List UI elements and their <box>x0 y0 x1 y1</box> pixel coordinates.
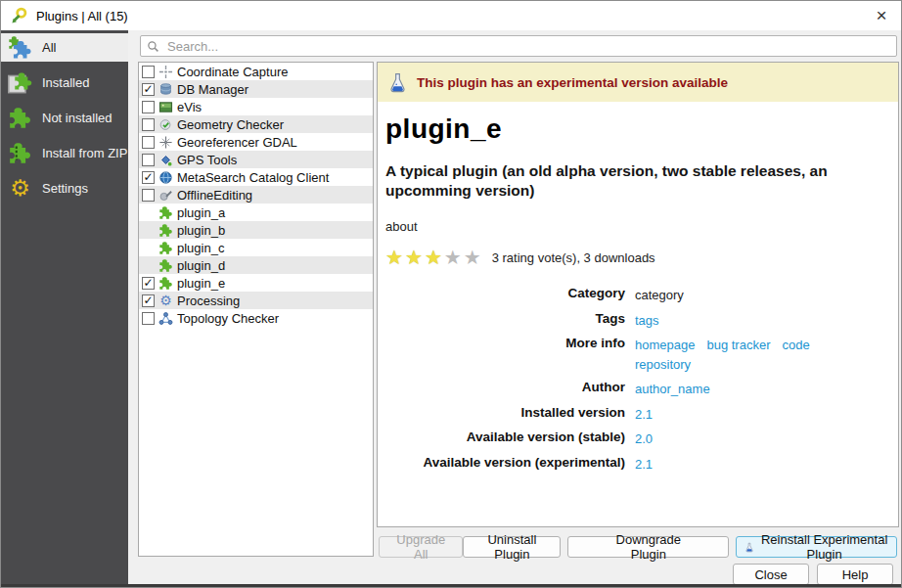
field-row: Authorauthor_name <box>378 377 898 402</box>
plugin-checkbox[interactable] <box>142 189 155 202</box>
plugin-manager-window: Plugins | All (15) × AllInstalledNot ins… <box>0 0 902 588</box>
plugin-row[interactable]: Georeferencer GDAL <box>139 133 373 151</box>
puzzle-green-icon <box>158 276 173 291</box>
plugin-checkbox[interactable]: ✓ <box>142 294 155 307</box>
plugin-checkbox[interactable] <box>142 66 155 78</box>
puzzle-installed-icon <box>8 70 32 95</box>
plugin-row[interactable]: plugin_a <box>139 204 373 221</box>
flask-icon <box>744 541 754 554</box>
field-values: homepagebug trackercode repository <box>635 336 856 374</box>
sidebar-item-installed[interactable]: Installed <box>1 68 128 97</box>
gps-icon <box>158 153 173 167</box>
field-value-link[interactable]: homepage <box>635 338 695 352</box>
flask-icon <box>387 72 408 93</box>
check-circle-icon <box>158 117 173 132</box>
puzzle-zip-icon <box>8 141 32 165</box>
plugin-row[interactable]: plugin_d <box>139 256 373 274</box>
sidebar-item-label: Not installed <box>42 111 113 125</box>
field-value-link[interactable]: author_name <box>635 382 710 396</box>
close-button[interactable]: Close <box>733 564 809 585</box>
uninstall-plugin-button[interactable]: Uninstall Plugin <box>463 536 561 558</box>
plugin-about: about <box>385 219 890 234</box>
sidebar-item-label: Settings <box>42 181 88 196</box>
plugin-row[interactable]: ✓MetaSearch Catalog Client <box>139 168 373 186</box>
field-value: category <box>635 288 684 302</box>
field-values: 2.1 <box>635 405 856 425</box>
field-value-link[interactable]: bug tracker <box>706 338 770 352</box>
sidebar-item-settings[interactable]: ⚙Settings <box>1 174 128 203</box>
help-button[interactable]: Help <box>817 564 893 585</box>
plugin-row-label: plugin_e <box>177 276 225 291</box>
plugin-row-label: MetaSearch Catalog Client <box>177 170 329 185</box>
plugin-actions-right: Uninstall Plugin Downgrade Plugin Reinst… <box>463 536 897 558</box>
puzzle-green-icon <box>158 241 173 255</box>
puzzle-not-installed-icon <box>8 106 32 130</box>
plugin-row[interactable]: Topology Checker <box>139 309 373 327</box>
field-value-link[interactable]: 2.0 <box>635 431 653 446</box>
sidebar-item-not-installed[interactable]: Not installed <box>1 104 128 132</box>
plugin-checkbox[interactable]: ✓ <box>142 171 155 184</box>
gear-blue-icon: ⚙ <box>158 294 173 308</box>
plugin-row[interactable]: GPS Tools <box>139 151 373 168</box>
plugin-rating: ★★★★★ 3 rating vote(s), 3 downloads <box>385 248 890 267</box>
plugin-row[interactable]: plugin_b <box>139 221 373 239</box>
gear-yellow-icon: ⚙ <box>8 176 32 201</box>
content-area: Coordinate Capture✓DB ManagereVisGeometr… <box>128 30 901 584</box>
database-icon <box>158 82 173 97</box>
plugin-row-label: OfflineEditing <box>177 188 252 203</box>
plugin-row[interactable]: ✓DB Manager <box>139 80 373 98</box>
downgrade-plugin-button[interactable]: Downgrade Plugin <box>567 536 729 558</box>
close-icon[interactable]: × <box>862 1 901 30</box>
field-value-link[interactable]: 2.1 <box>635 457 653 472</box>
plugin-row-label: Georeferencer GDAL <box>177 135 297 150</box>
plugin-checkbox[interactable] <box>142 154 155 166</box>
field-label: Author <box>378 380 625 399</box>
experimental-banner: This plugin has an experimental version … <box>378 63 898 102</box>
plugin-row-label: plugin_c <box>177 241 224 255</box>
plugin-checkbox[interactable] <box>142 312 155 325</box>
plugin-checkbox[interactable]: ✓ <box>142 277 155 290</box>
star-icon: ★ <box>385 246 405 269</box>
plugin-row[interactable]: plugin_c <box>139 239 373 256</box>
plugin-row[interactable]: ✓plugin_e <box>139 274 373 292</box>
search-icon <box>147 40 159 53</box>
plugin-checkbox[interactable] <box>142 118 155 131</box>
field-values: author_name <box>635 380 856 399</box>
search-box[interactable] <box>140 35 897 57</box>
plugin-checkbox[interactable]: ✓ <box>142 83 155 96</box>
qgis-logo-icon <box>11 7 28 24</box>
plugin-row[interactable]: ✓⚙Processing <box>139 292 373 309</box>
dialog-buttons-row: Close Help <box>733 564 893 585</box>
plugin-row[interactable]: OfflineEditing <box>139 186 373 204</box>
plugin-row-label: plugin_b <box>177 223 225 238</box>
plugin-list: Coordinate Capture✓DB ManagereVisGeometr… <box>138 62 374 557</box>
plugin-checkbox[interactable] <box>142 136 155 149</box>
sidebar-item-label: Installed <box>42 75 89 90</box>
field-value-link[interactable]: tags <box>635 313 659 328</box>
photo-icon <box>158 100 173 114</box>
star-rating-icons: ★★★★★ <box>385 248 483 267</box>
sidebar-item-install-from-zip[interactable]: Install from ZIP <box>1 139 128 167</box>
puzzle-green-icon <box>158 205 173 220</box>
upgrade-all-button[interactable]: Upgrade All <box>379 536 463 558</box>
plugin-row-label: Topology Checker <box>177 311 279 326</box>
window-title: Plugins | All (15) <box>36 9 128 23</box>
field-value-link[interactable]: 2.1 <box>635 407 653 422</box>
plugin-row[interactable]: Coordinate Capture <box>139 63 373 80</box>
georeferencer-icon <box>158 135 173 150</box>
sidebar-item-all[interactable]: All <box>1 33 128 62</box>
star-icon: ★ <box>425 246 444 269</box>
globe-icon <box>158 170 173 185</box>
plugin-subtitle: A typical plugin (an old alpha version, … <box>385 161 879 201</box>
plugin-row[interactable]: eVis <box>139 98 373 115</box>
star-icon: ★ <box>405 246 425 269</box>
plugin-checkbox[interactable] <box>142 101 155 113</box>
plugin-row[interactable]: Geometry Checker <box>139 115 373 133</box>
field-label: More info <box>378 336 625 374</box>
field-row: Categorycategory <box>378 283 898 308</box>
reinstall-experimental-button[interactable]: Reinstall Experimental Plugin <box>736 536 897 558</box>
search-input[interactable] <box>165 38 890 55</box>
field-label: Installed version <box>378 405 625 425</box>
star-icon: ★ <box>444 246 464 269</box>
plugin-details-panel: This plugin has an experimental version … <box>377 62 899 527</box>
